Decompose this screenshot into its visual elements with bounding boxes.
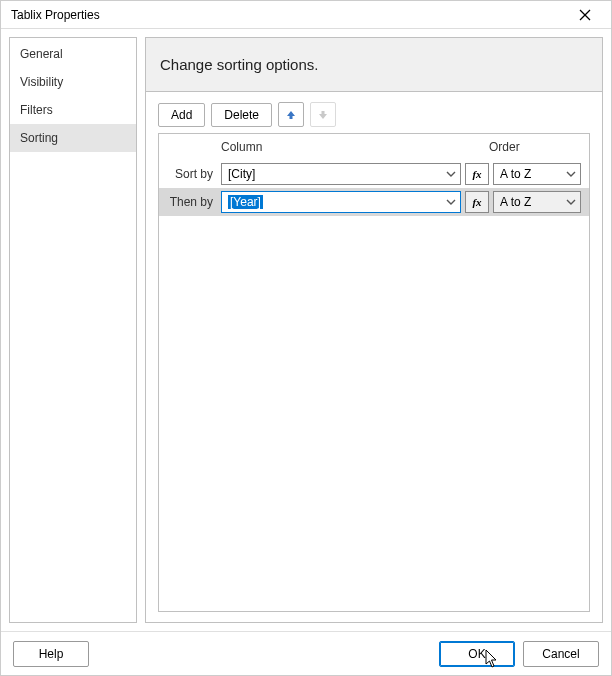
chevron-down-icon [446,198,456,206]
sidebar-item-general[interactable]: General [10,40,136,68]
row-label: Then by [167,195,217,209]
grid-header: Column Order [159,134,589,160]
sidebar-item-sorting[interactable]: Sorting [10,124,136,152]
fx-icon: fx [472,196,481,208]
sidebar-item-visibility[interactable]: Visibility [10,68,136,96]
tablix-properties-dialog: Tablix Properties General Visibility Fil… [0,0,612,676]
cancel-button[interactable]: Cancel [523,641,599,667]
column-value: [City] [228,167,255,181]
fx-icon: fx [472,168,481,180]
sidebar: General Visibility Filters Sorting [9,37,137,623]
help-button[interactable]: Help [13,641,89,667]
order-value: A to Z [500,167,531,181]
close-button[interactable] [567,3,603,27]
sidebar-item-label: Filters [20,103,53,117]
sidebar-item-label: General [20,47,63,61]
dialog-footer: Help OK Cancel [1,631,611,675]
ok-button[interactable]: OK [439,641,515,667]
sort-grid: Column Order Sort by [City] [158,133,590,612]
sidebar-item-label: Visibility [20,75,63,89]
add-button[interactable]: Add [158,103,205,127]
dialog-body: General Visibility Filters Sorting Chang… [1,29,611,631]
order-value: A to Z [500,195,531,209]
panel-heading: Change sorting options. [146,38,602,92]
column-value: [Year] [228,195,263,209]
titlebar: Tablix Properties [1,1,611,29]
main-panel: Change sorting options. Add Delete [145,37,603,623]
expression-button[interactable]: fx [465,163,489,185]
column-dropdown[interactable]: [Year] [221,191,461,213]
order-dropdown[interactable]: A to Z [493,191,581,213]
move-up-button[interactable] [278,102,304,127]
sort-toolbar: Add Delete [158,102,590,127]
sidebar-item-label: Sorting [20,131,58,145]
sidebar-item-filters[interactable]: Filters [10,96,136,124]
chevron-down-icon [566,198,576,206]
delete-button[interactable]: Delete [211,103,272,127]
panel-content: Add Delete [146,92,602,622]
arrow-up-icon [285,109,297,121]
row-label: Sort by [167,167,217,181]
chevron-down-icon [446,170,456,178]
expression-button[interactable]: fx [465,191,489,213]
column-header: Column [221,140,459,154]
order-header: Order [489,140,581,154]
arrow-down-icon [317,109,329,121]
chevron-down-icon [566,170,576,178]
sort-row: Then by [Year] fx A to Z [159,188,589,216]
move-down-button[interactable] [310,102,336,127]
column-dropdown[interactable]: [City] [221,163,461,185]
window-title: Tablix Properties [11,8,100,22]
close-icon [579,9,591,21]
order-dropdown[interactable]: A to Z [493,163,581,185]
sort-row: Sort by [City] fx A to Z [159,160,589,188]
